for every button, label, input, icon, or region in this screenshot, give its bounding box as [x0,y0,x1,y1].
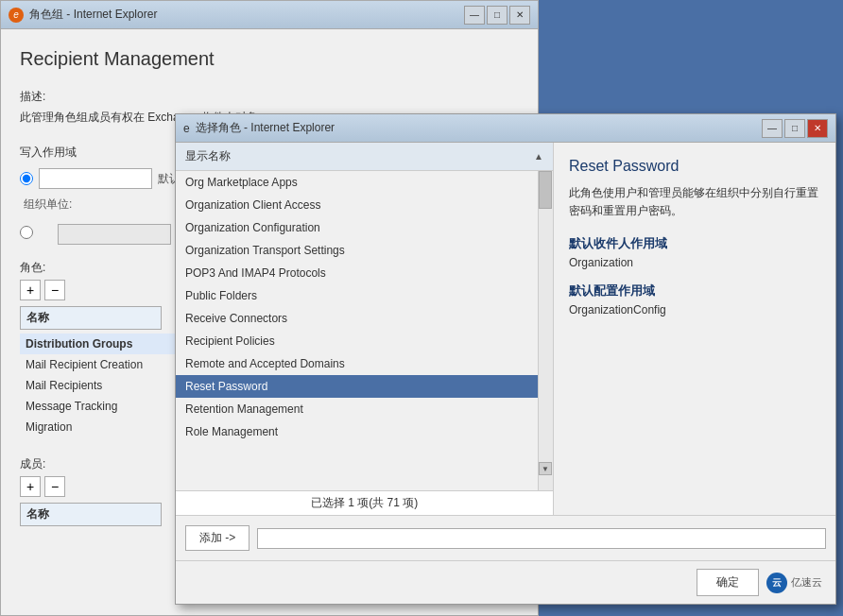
bg-role-remove-btn[interactable]: − [44,280,65,300]
bg-org-input[interactable] [58,224,171,245]
fg-add-row: 添加 -> [176,515,835,560]
fg-right-desc: 此角色使用户和管理员能够在组织中分别自行重置密码和重置用户密码。 [569,184,820,220]
fg-list-header: 显示名称 ▲ [176,143,553,171]
fg-list-items: Org Marketplace Apps Organization Client… [176,171,553,490]
list-item-public-folders[interactable]: Public Folders [176,284,553,307]
bg-desc-label: 描述: [20,89,519,105]
list-item-org-transport[interactable]: Organization Transport Settings [176,239,553,262]
fg-default-recipient-value: Organization [569,256,820,269]
fg-close-btn[interactable]: ✕ [807,119,828,138]
bg-members-name-header: 名称 [20,503,162,526]
list-item-reset-password[interactable]: Reset Password [176,375,553,398]
list-item-org-client-access[interactable]: Organization Client Access [176,194,553,216]
fg-status-bar: 已选择 1 项(共 71 项) [176,490,553,515]
fg-title-bar: e 选择角色 - Internet Explorer — □ ✕ [176,114,835,143]
fg-scroll-down-btn[interactable]: ▼ [539,462,552,475]
fg-left-panel: 显示名称 ▲ Org Marketplace Apps Organization… [176,143,554,515]
bg-org-radio-input[interactable] [20,226,33,239]
fg-title-label: 选择角色 - Internet Explorer [196,120,335,136]
fg-minimize-btn[interactable]: — [762,119,783,138]
fg-window-controls: — □ ✕ [762,119,828,138]
fg-default-config-title: 默认配置作用域 [569,282,820,299]
fg-sort-arrow-up[interactable]: ▲ [534,151,543,162]
list-item-org-marketplace[interactable]: Org Marketplace Apps [176,171,553,194]
list-item-pop3-imap4[interactable]: POP3 And IMAP4 Protocols [176,262,553,284]
fg-ie-icon: e [183,122,190,135]
list-item-retention[interactable]: Retention Management [176,398,553,420]
bg-minimize-btn[interactable]: — [464,6,485,25]
list-item-org-config[interactable]: Organization Configuration [176,216,553,239]
bg-heading: Recipient Management [20,48,519,70]
fg-add-input[interactable] [257,528,826,549]
bg-default-radio-text[interactable] [39,168,152,189]
fg-title-text: e 选择角色 - Internet Explorer [183,120,335,136]
fg-dialog-footer: 确定 云 亿速云 [176,560,835,604]
bg-default-radio-input[interactable] [20,172,33,185]
fg-footer-logo: 云 亿速云 [766,573,822,593]
fg-body: 显示名称 ▲ Org Marketplace Apps Organization… [176,143,835,515]
bg-members-add-btn[interactable]: + [20,476,41,497]
fg-list-header-label: 显示名称 [185,148,231,164]
bg-title-text: e 角色组 - Internet Explorer [9,7,157,23]
bg-role-name-header: 名称 [20,306,162,330]
fg-confirm-button[interactable]: 确定 [697,569,759,596]
fg-right-panel: Reset Password 此角色使用户和管理员能够在组织中分别自行重置密码和… [554,143,835,515]
fg-logo-text: 亿速云 [791,575,822,590]
list-item-recipient-policies[interactable]: Recipient Policies [176,330,553,352]
fg-status-text: 已选择 1 项(共 71 项) [311,496,418,509]
fg-scrollbar-thumb[interactable] [539,171,552,209]
fg-add-button[interactable]: 添加 -> [185,525,249,551]
bg-title-bar: e 角色组 - Internet Explorer — □ ✕ [1,1,538,29]
bg-close-btn[interactable]: ✕ [509,6,530,25]
fg-maximize-btn[interactable]: □ [784,119,805,138]
bg-role-add-btn[interactable]: + [20,280,41,300]
list-item-role-mgmt[interactable]: Role Management [176,420,553,443]
fg-right-title: Reset Password [569,158,820,175]
fg-dialog: e 选择角色 - Internet Explorer — □ ✕ 显示名称 ▲ … [175,113,836,605]
fg-logo-icon: 云 [766,573,787,593]
list-item-remote-accepted[interactable]: Remote and Accepted Domains [176,352,553,375]
fg-default-config-value: OrganizationConfig [569,303,820,317]
fg-list-scroll: Org Marketplace Apps Organization Client… [176,171,553,490]
bg-maximize-btn[interactable]: □ [487,6,508,25]
fg-scrollbar-track: ▼ [538,171,553,490]
bg-title-label: 角色组 - Internet Explorer [29,7,157,23]
bg-ie-icon: e [9,8,24,23]
fg-default-recipient-title: 默认收件人作用域 [569,235,820,252]
list-item-receive-connectors[interactable]: Receive Connectors [176,307,553,330]
bg-window-controls: — □ ✕ [464,6,530,25]
bg-members-remove-btn[interactable]: − [44,476,65,497]
